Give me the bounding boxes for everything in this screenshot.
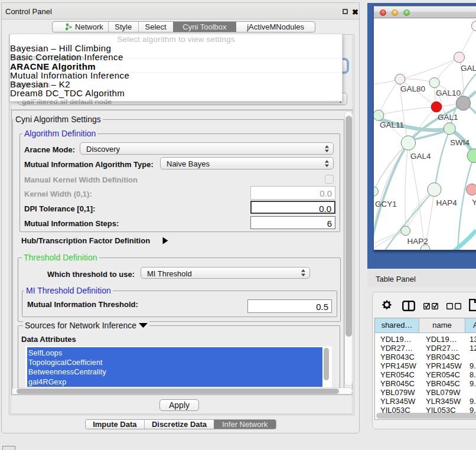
svg-text:HAP2: HAP2 (407, 237, 428, 246)
svg-text:Y: Y (472, 198, 476, 207)
svg-text:GAL1: GAL1 (438, 113, 458, 122)
svg-text:GCY1: GCY1 (375, 200, 397, 208)
svg-text:SWI4: SWI4 (450, 138, 470, 147)
svg-text:GAL4: GAL4 (410, 152, 431, 161)
svg-text:GAL80: GAL80 (400, 84, 425, 93)
svg-text:HAP4: HAP4 (436, 198, 458, 207)
svg-text:GAL10: GAL10 (436, 89, 461, 97)
svg-text:GAL11: GAL11 (380, 120, 404, 129)
svg-text:GAL: GAL (461, 64, 476, 73)
